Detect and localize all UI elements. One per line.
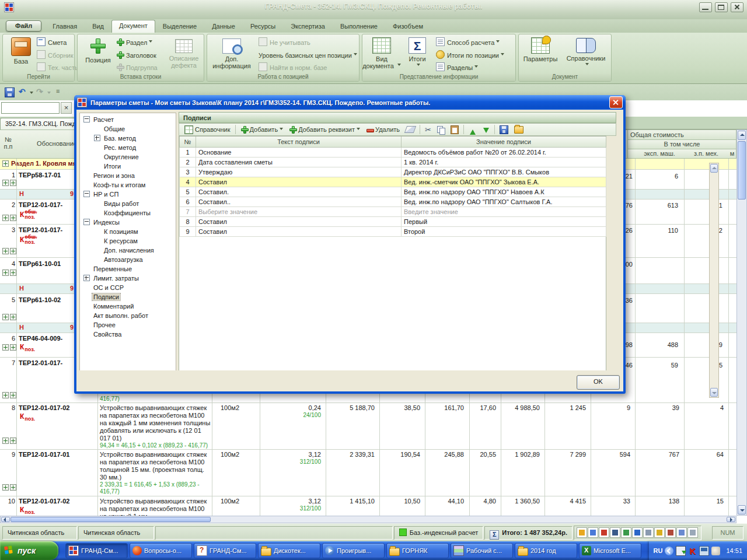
ok-button[interactable]: OK	[577, 375, 620, 390]
expand-icon[interactable]	[10, 215, 16, 221]
maximize-button[interactable]	[715, 2, 728, 12]
tree-item-dop-nachisleniya[interactable]: Доп. начисления	[80, 246, 176, 255]
tab-vypolnenie[interactable]: Выполнение	[333, 20, 385, 33]
signature-row[interactable]: 2Дата составления сметы1 кв. 2014 г.	[180, 158, 606, 167]
expand-icon[interactable]	[10, 314, 16, 320]
expand-icon[interactable]	[10, 484, 16, 491]
tree-item-region[interactable]: Регион и зона	[80, 171, 176, 180]
erase-button[interactable]	[403, 125, 418, 134]
copy-button[interactable]	[434, 125, 448, 134]
signature-row[interactable]: 9СоставилВторой	[180, 227, 606, 237]
taskbar-item-2014[interactable]: 2014 год	[515, 543, 577, 558]
tree-item-itogi[interactable]: Итоги	[80, 162, 176, 171]
tab-dokument[interactable]: Документ	[111, 20, 155, 33]
taskbar-item-excel[interactable]: Microsoft E...	[579, 543, 641, 558]
opisanie-defekta-button[interactable]: Описание дефекта	[164, 37, 204, 69]
move-up-button[interactable]	[466, 125, 479, 134]
tray-expand-icon[interactable]	[665, 547, 673, 555]
signature-row-placeholder[interactable]: 7Выберите значениеВведите значение	[180, 207, 606, 217]
taskbar-item-grand-help[interactable]: ГРАНД-См...	[194, 543, 256, 558]
expand-icon[interactable]	[10, 392, 16, 398]
tree-item-raschet[interactable]: Расчет	[80, 115, 176, 124]
smeta-button[interactable]: Смета	[37, 37, 67, 48]
expand-icon[interactable]	[2, 392, 9, 398]
signature-row[interactable]: 8СоставилПервый	[180, 217, 606, 227]
close-button[interactable]	[731, 2, 743, 12]
tree-item-koefficienty[interactable]: Коэффициенты	[80, 208, 176, 218]
collapse-icon[interactable]	[83, 116, 90, 123]
tree-item-peremennye[interactable]: Переменные	[80, 264, 176, 274]
status-tool-icon[interactable]	[621, 527, 631, 538]
tab-vydelenie[interactable]: Выделение	[155, 20, 204, 33]
status-tool-icon[interactable]	[610, 527, 620, 538]
status-tool-icon[interactable]	[577, 527, 587, 538]
move-down-button[interactable]	[479, 125, 493, 134]
tree-item-akt[interactable]: Акт выполн. работ	[80, 311, 176, 320]
najti-v-baze-button[interactable]: Найти в норм. базе	[259, 62, 327, 74]
document-tab[interactable]: 352-14. ГМЗ.СКЦ. Пожд	[0, 118, 76, 130]
tree-item-podpisi[interactable]: Подписи	[80, 292, 176, 302]
expand-icon[interactable]	[2, 215, 9, 221]
dialog-close-button[interactable]	[609, 96, 623, 108]
tree-item-baz-metod[interactable]: Баз. метод	[80, 134, 176, 143]
taskbar-item-grand-smeta[interactable]: ГРАНД-См...	[65, 543, 128, 558]
itogi-button[interactable]: Σ Итоги	[402, 37, 432, 69]
tree-item-kommentarij[interactable]: Комментарий	[80, 302, 176, 311]
taskbar-item-gornyak[interactable]: ГОРНЯК	[386, 543, 449, 558]
tree-item-res-metod[interactable]: Рес. метод	[80, 143, 176, 152]
tree-item-os-ssr[interactable]: ОС и ССР	[80, 283, 176, 292]
tab-resursy[interactable]: Ресурсы	[243, 20, 283, 33]
status-tool-icon[interactable]	[654, 527, 665, 538]
col-value[interactable]: Значение подписи	[402, 136, 606, 148]
podgruppa-button[interactable]: Подгруппа	[116, 62, 158, 74]
cut-button[interactable]: ✂	[422, 125, 434, 135]
signature-row-selected[interactable]: 4СоставилВед. инж.-сметчик ОАО "ППГХО" З…	[180, 177, 606, 187]
expand-icon[interactable]	[94, 135, 100, 141]
status-tool-icon[interactable]	[599, 527, 609, 538]
tree-item-k-poziciyam[interactable]: К позициям	[80, 227, 176, 236]
grid-vertical-scrollbar[interactable]	[736, 130, 747, 516]
save-list-button[interactable]	[497, 125, 511, 135]
status-tool-icon[interactable]	[643, 527, 654, 538]
expand-icon[interactable]	[10, 248, 16, 254]
status-tool-icon[interactable]	[588, 527, 598, 538]
collapse-icon[interactable]	[83, 219, 90, 225]
expand-icon[interactable]	[2, 314, 9, 320]
tree-item-vidy-rabot[interactable]: Виды работ	[80, 199, 176, 208]
tree-item-limit-zatraty[interactable]: Лимит. затраты	[80, 274, 176, 283]
redo-icon[interactable]: ↷	[36, 87, 43, 96]
tree-item-koef[interactable]: Коэф-ты к итогам	[80, 180, 176, 190]
expand-icon[interactable]	[2, 344, 9, 351]
tree-item-k-resursam[interactable]: К ресурсам	[80, 236, 176, 246]
save-icon[interactable]	[5, 88, 15, 97]
itogi-po-pozicii-button[interactable]: Итоги по позиции	[436, 50, 504, 61]
tree-item-indeksy[interactable]: Индексы	[80, 218, 176, 227]
spravochniki-button[interactable]: Справочники	[566, 37, 606, 69]
search-input[interactable]	[1, 102, 60, 114]
load-list-button[interactable]	[511, 125, 526, 134]
signature-row[interactable]: 6Составил..Вед. инж.по надзору ОАО "ППГХ…	[180, 197, 606, 207]
tree-item-nr-sp[interactable]: НР и СП	[80, 190, 176, 199]
taskbar-item-voprosy[interactable]: Вопросы-о...	[130, 543, 192, 558]
tree-item-svojstva[interactable]: Свойства	[80, 330, 176, 339]
start-button[interactable]: пуск	[0, 541, 58, 560]
add-button[interactable]: Добавить	[238, 125, 287, 134]
collapse-icon[interactable]	[83, 191, 90, 197]
uroven-cen-button[interactable]: Уровень базисных цен позиции	[259, 50, 357, 61]
signature-row[interactable]: 1ОснованиеВедомость объёмов работ №20 от…	[180, 148, 606, 158]
expand-icon[interactable]	[2, 270, 9, 276]
razdel-button[interactable]: Раздел	[116, 37, 152, 48]
col-text[interactable]: Текст подписи	[196, 136, 402, 148]
taskbar-clock[interactable]: 14:51	[726, 547, 742, 554]
poziciya-button[interactable]: Позиция	[78, 37, 118, 64]
tab-ekspertiza[interactable]: Экспертиза	[283, 20, 333, 33]
tree-item-obshie[interactable]: Общие	[80, 124, 176, 134]
customize-toolbar-icon[interactable]: ≡	[56, 88, 60, 94]
vid-dokumenta-button[interactable]: Вид документа	[362, 37, 401, 69]
expand-icon[interactable]	[10, 344, 16, 351]
expand-icon[interactable]	[2, 484, 9, 491]
tab-file[interactable]: Файл	[6, 20, 41, 32]
expand-icon[interactable]	[10, 270, 16, 276]
col-num[interactable]: №	[180, 136, 196, 148]
delete-button[interactable]: Удалить	[363, 125, 403, 134]
